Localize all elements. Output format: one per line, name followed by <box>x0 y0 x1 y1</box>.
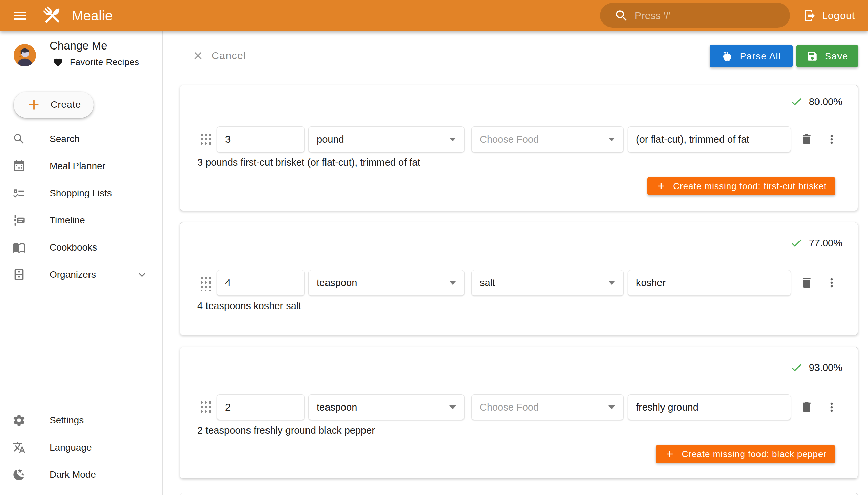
search-input[interactable] <box>635 10 777 21</box>
save-button[interactable]: Save <box>797 45 858 67</box>
note-field[interactable] <box>628 394 791 420</box>
user-block: Change Me Favorite Recipes <box>0 31 163 80</box>
unit-select[interactable]: teaspoon <box>308 394 464 420</box>
plus-icon <box>26 97 42 113</box>
quantity-field[interactable] <box>217 126 305 152</box>
logout-label: Logout <box>822 10 855 21</box>
check-icon <box>790 95 803 108</box>
unit-select[interactable]: teaspoon <box>308 270 464 296</box>
sidebar: Change Me Favorite Recipes Create Search… <box>0 31 163 495</box>
gear-icon <box>12 414 26 427</box>
save-label: Save <box>825 51 848 62</box>
app-title: Mealie <box>72 8 113 23</box>
confidence-indicator: 77.00% <box>790 237 842 250</box>
kebab-menu-icon <box>825 400 838 414</box>
nav-label: Settings <box>50 415 84 426</box>
delete-ingredient-button[interactable] <box>799 131 815 148</box>
sidebar-item-organizers[interactable]: Organizers <box>0 261 163 288</box>
sidebar-item-search[interactable]: Search <box>0 125 163 153</box>
parse-all-label: Parse All <box>740 51 781 62</box>
quantity-input[interactable] <box>225 402 296 413</box>
drag-handle-icon[interactable] <box>199 275 211 291</box>
note-input[interactable] <box>636 134 783 145</box>
create-button[interactable]: Create <box>14 91 93 118</box>
dropdown-caret-icon <box>449 406 456 409</box>
plus-icon <box>665 449 675 459</box>
sidebar-item-meal-planner[interactable]: Meal Planner <box>0 153 163 180</box>
kebab-menu-icon <box>825 133 838 146</box>
ingredient-edit-row: teaspoon salt <box>199 270 840 296</box>
dropdown-caret-icon <box>608 281 615 285</box>
hamburger-menu-icon[interactable] <box>7 3 32 28</box>
unit-value: pound <box>317 134 344 145</box>
quantity-field[interactable] <box>217 270 305 296</box>
quantity-field[interactable] <box>217 394 305 420</box>
food-placeholder: Choose Food <box>480 134 539 145</box>
create-missing-food-label: Create missing food: black pepper <box>682 449 827 459</box>
check-icon <box>790 237 803 250</box>
sidebar-item-cookbooks[interactable]: Cookbooks <box>0 234 163 261</box>
sidebar-item-shopping-lists[interactable]: Shopping Lists <box>0 180 163 207</box>
heart-icon <box>53 57 63 67</box>
ingredient-card-4-partial <box>180 493 858 495</box>
favorite-recipes-label: Favorite Recipes <box>70 57 139 67</box>
confidence-indicator: 80.00% <box>790 95 842 108</box>
save-icon <box>806 51 818 62</box>
note-field[interactable] <box>628 126 791 152</box>
food-select[interactable]: salt <box>471 270 624 296</box>
global-search[interactable] <box>600 3 790 28</box>
cancel-button[interactable]: Cancel <box>186 45 252 66</box>
create-missing-food-button[interactable]: Create missing food: first-cut brisket <box>647 177 835 195</box>
dropdown-caret-icon <box>449 281 456 285</box>
original-ingredient-text: 2 teaspoons freshly ground black pepper <box>197 425 375 436</box>
drag-handle-icon[interactable] <box>199 399 211 415</box>
confidence-value: 80.00% <box>809 96 842 107</box>
sidebar-item-language[interactable]: Language <box>0 434 163 461</box>
sidebar-divider <box>0 80 163 80</box>
nav-label: Shopping Lists <box>50 188 112 199</box>
sidebar-item-dark-mode[interactable]: Dark Mode <box>0 461 163 488</box>
ingredient-menu-button[interactable] <box>823 399 840 415</box>
quantity-input[interactable] <box>225 277 296 289</box>
create-missing-food-label: Create missing food: first-cut brisket <box>673 181 827 191</box>
delete-ingredient-button[interactable] <box>799 275 815 291</box>
create-missing-food-button[interactable]: Create missing food: black pepper <box>656 445 835 463</box>
translate-icon <box>12 441 26 454</box>
quantity-input[interactable] <box>225 134 296 145</box>
ingredient-card-1: 80.00% pound Choose Food 3 pounds first-… <box>180 85 858 211</box>
sidebar-item-settings[interactable]: Settings <box>0 407 163 434</box>
sidebar-footer-nav: Settings Language Dark Mode <box>0 407 163 488</box>
trash-icon <box>800 276 813 290</box>
note-input[interactable] <box>636 277 783 289</box>
cabinet-icon <box>12 268 26 281</box>
food-select[interactable]: Choose Food <box>471 126 624 152</box>
ingredient-edit-row: teaspoon Choose Food <box>199 394 840 420</box>
food-placeholder: Choose Food <box>480 402 539 413</box>
favorite-recipes-link[interactable]: Favorite Recipes <box>53 57 139 67</box>
food-value: salt <box>480 277 495 289</box>
ingredient-menu-button[interactable] <box>823 131 840 148</box>
unit-select[interactable]: pound <box>308 126 464 152</box>
moon-icon <box>12 468 26 481</box>
nav-label: Organizers <box>50 269 96 280</box>
chevron-down-icon[interactable] <box>135 268 149 281</box>
note-field[interactable] <box>628 270 791 296</box>
user-name: Change Me <box>50 39 107 52</box>
original-ingredient-text: 3 pounds first-cut brisket (or flat-cut)… <box>197 157 421 168</box>
avatar[interactable] <box>14 44 36 66</box>
parse-all-button[interactable]: Parse All <box>710 45 793 67</box>
sidebar-item-timeline[interactable]: Timeline <box>0 207 163 234</box>
confidence-value: 77.00% <box>809 238 842 249</box>
ingredient-card-3: 93.00% teaspoon Choose Food 2 teaspoons … <box>180 346 858 479</box>
note-input[interactable] <box>636 402 783 413</box>
trash-icon <box>800 133 813 146</box>
logout-button[interactable]: Logout <box>800 0 858 31</box>
ingredient-menu-button[interactable] <box>823 275 840 291</box>
book-icon <box>12 241 26 254</box>
drag-handle-icon[interactable] <box>199 132 211 147</box>
close-icon <box>192 50 204 62</box>
food-select[interactable]: Choose Food <box>471 394 624 420</box>
delete-ingredient-button[interactable] <box>799 399 815 415</box>
magnify-icon <box>12 132 26 146</box>
timeline-icon <box>12 214 26 227</box>
